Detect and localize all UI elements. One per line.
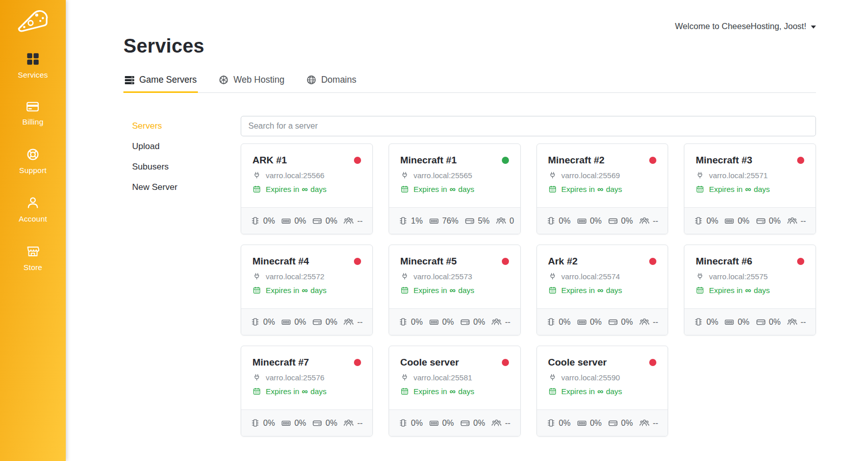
disk-stat: 0%	[608, 317, 633, 327]
cpu-stat: 0%	[398, 317, 423, 327]
disk-stat: 0%	[312, 317, 337, 327]
server-card[interactable]: Coole server varro.local:25581	[389, 346, 521, 436]
calendar-icon	[548, 387, 557, 396]
players-value: --	[357, 419, 363, 428]
welcome-text: Welcome to CheeseHosting, Joost!	[675, 21, 806, 31]
players-value: --	[801, 216, 806, 226]
memory-stat: 0%	[577, 317, 602, 327]
players-stat: --	[787, 317, 806, 327]
server-host-line: varro.local:25574	[548, 272, 657, 281]
expires-text: Expires in ∞ days	[561, 286, 622, 295]
disk-icon	[756, 317, 766, 327]
cpu-icon	[546, 418, 556, 428]
cheese-logo[interactable]	[16, 7, 50, 36]
server-card[interactable]: Ark #2 varro.local:25574	[537, 245, 669, 335]
cpu-stat: 0%	[694, 216, 718, 226]
disk-value: 0%	[473, 318, 485, 327]
expires-text: Expires in ∞ days	[561, 185, 622, 193]
search-input[interactable]	[241, 116, 816, 136]
sidebar-item-support[interactable]: Support	[19, 148, 47, 175]
players-value: --	[505, 318, 510, 327]
subnav-item-new-server[interactable]: New Server	[132, 177, 241, 198]
calendar-icon	[252, 185, 261, 193]
players-icon	[496, 215, 506, 226]
cpu-value: 0%	[411, 419, 423, 428]
status-dot	[797, 258, 804, 265]
players-value: --	[653, 419, 658, 428]
memory-value: 0%	[294, 419, 306, 428]
expires-text: Expires in ∞ days	[414, 185, 474, 193]
status-dot	[649, 258, 656, 265]
server-card[interactable]: Minecraft #3 varro.local:25571	[684, 143, 816, 234]
servers-panel: ARK #1 varro.local:25566	[241, 116, 816, 436]
players-stat: --	[639, 418, 658, 428]
account-menu[interactable]: Welcome to CheeseHosting, Joost!	[675, 21, 816, 31]
sidebar-item-store[interactable]: Store	[23, 245, 42, 272]
subnav-item-subusers[interactable]: Subusers	[132, 157, 241, 177]
server-expiry-line: Expires in ∞ days	[548, 387, 657, 396]
server-card[interactable]: Minecraft #6 varro.local:25575	[684, 245, 816, 335]
server-name: Minecraft #4	[252, 256, 309, 267]
tab-web-hosting[interactable]: Web Hosting	[217, 75, 286, 92]
cpu-icon	[250, 216, 260, 226]
infinity-symbol: ∞	[597, 387, 603, 396]
memory-stat: 0%	[281, 418, 306, 428]
infinity-symbol: ∞	[597, 185, 603, 193]
server-grid: ARK #1 varro.local:25566	[241, 143, 816, 436]
cpu-icon	[398, 418, 408, 428]
tabs: Game Servers Web Hosting	[123, 75, 816, 93]
sidebar-item-services[interactable]: Services	[18, 52, 48, 79]
disk-icon	[312, 216, 322, 226]
server-name: ARK #1	[252, 155, 287, 166]
status-dot	[502, 258, 509, 265]
server-card[interactable]: Minecraft #4 varro.local:25572	[241, 245, 373, 335]
server-card[interactable]: Minecraft #2 varro.local:25569	[537, 143, 669, 234]
server-name: Minecraft #3	[696, 155, 752, 166]
server-card[interactable]: Minecraft #7 varro.local:25576	[241, 346, 373, 436]
calendar-icon	[548, 185, 557, 193]
server-host: varro.local:25572	[266, 272, 324, 281]
storefront-icon	[26, 245, 40, 258]
server-card-body: Minecraft #5 varro.local:25573	[389, 245, 520, 308]
server-card[interactable]: ARK #1 varro.local:25566	[241, 143, 373, 234]
tab-domains[interactable]: Domains	[305, 75, 358, 92]
sidebar-item-billing[interactable]: Billing	[22, 101, 43, 126]
calendar-icon	[400, 286, 409, 295]
server-expiry-line: Expires in ∞ days	[400, 387, 509, 396]
disk-stat: 0%	[608, 216, 633, 226]
disk-value: 0%	[621, 216, 633, 226]
players-value: --	[653, 216, 658, 226]
memory-value: 0%	[294, 318, 306, 327]
server-stats: 0% 0%	[537, 409, 668, 436]
server-card[interactable]: Minecraft #1 varro.local:25565	[389, 143, 521, 234]
server-name: Coole server	[400, 357, 459, 368]
sidebar-item-account[interactable]: Account	[19, 196, 47, 223]
disk-icon	[312, 317, 322, 327]
players-icon	[639, 317, 650, 327]
cpu-value: 0%	[706, 318, 718, 327]
subnav: Servers Upload Subusers New Server	[123, 116, 241, 436]
players-icon	[639, 215, 650, 226]
disk-icon	[312, 418, 322, 428]
server-host: varro.local:25574	[561, 272, 620, 281]
server-host: varro.local:25575	[709, 272, 768, 281]
expires-text: Expires in ∞ days	[266, 286, 326, 295]
disk-value: 0%	[621, 318, 633, 327]
server-card[interactable]: Coole server varro.local:25590	[537, 346, 669, 436]
tab-game-servers[interactable]: Game Servers	[123, 75, 198, 92]
cpu-icon	[546, 216, 556, 226]
web-hosting-icon	[218, 75, 229, 85]
cpu-stat: 0%	[250, 216, 275, 226]
server-host: varro.local:25573	[414, 272, 472, 281]
disk-value: 0%	[325, 419, 337, 428]
server-card[interactable]: Minecraft #5 varro.local:25573	[389, 245, 521, 335]
status-dot	[797, 157, 804, 164]
expires-text: Expires in ∞ days	[709, 185, 770, 193]
server-stats: 0% 0%	[684, 207, 815, 234]
subnav-item-upload[interactable]: Upload	[132, 136, 241, 157]
plug-icon	[548, 171, 557, 180]
grid-icon	[26, 52, 40, 66]
memory-stat: 76%	[429, 216, 458, 226]
globe-icon	[306, 75, 317, 85]
subnav-item-servers[interactable]: Servers	[132, 116, 241, 136]
